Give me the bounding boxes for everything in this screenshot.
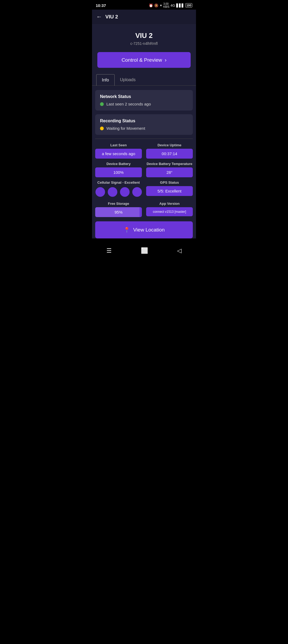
signal-bars: ▋▋▋	[176, 3, 184, 7]
status-icons: ⏰ 🔕 ✶ 3.00KB/S 4G ▋▋▋ 100	[149, 2, 193, 8]
free-storage-cell: Free Storage 95%	[95, 202, 142, 217]
location-pin-icon: 📍	[123, 227, 130, 233]
signal-dots	[95, 186, 142, 198]
signal-dot-2	[108, 187, 117, 197]
tab-uploads[interactable]: Uploads	[115, 74, 141, 85]
device-name: VIU 2	[97, 32, 191, 40]
top-nav: ← VIU 2	[92, 10, 196, 24]
nav-title: VIU 2	[105, 14, 118, 20]
last-seen-cell: Last Seen a few seconds ago	[95, 143, 142, 159]
battery-value: 100%	[95, 167, 142, 177]
device-header: VIU 2 c-7251-n4lhRmfl	[92, 24, 196, 51]
last-seen-label: Last Seen	[110, 143, 127, 147]
gps-status-value: 5/5: Excellent	[146, 186, 193, 196]
control-preview-button[interactable]: Control & Preview ›	[97, 52, 191, 68]
section-divider	[95, 139, 193, 139]
app-version-label: App Version	[159, 202, 180, 206]
gps-status-cell: GPS Status 5/5: Excellent	[146, 180, 193, 198]
view-location-label: View Location	[133, 227, 165, 233]
app-version-cell: App Version connect v1513 [master]	[146, 202, 193, 217]
bottom-nav: ☰ ⬜ ◁	[92, 244, 196, 259]
battery-indicator: 100	[185, 3, 192, 7]
menu-icon[interactable]: ☰	[106, 247, 112, 254]
control-preview-label: Control & Preview	[122, 57, 162, 63]
cellular-signal-label: Cellular Signal - Excellent	[97, 180, 140, 184]
signal-dot-4	[132, 187, 142, 197]
signal-dot-1	[95, 187, 105, 197]
app-version-value: connect v1513 [master]	[146, 207, 193, 216]
battery-label: Device Battery	[106, 162, 130, 166]
chevron-right-icon: ›	[165, 57, 167, 63]
recording-indicator	[100, 127, 104, 130]
device-uptime-value: 00:37:14	[146, 149, 193, 159]
back-nav-icon[interactable]: ◁	[177, 247, 182, 254]
main-content: VIU 2 c-7251-n4lhRmfl Control & Preview …	[92, 24, 196, 238]
gps-status-label: GPS Status	[160, 180, 179, 184]
content-area: Network Status Last seen 2 seconds ago R…	[92, 90, 196, 135]
tabs-container: Info Uploads	[92, 74, 196, 86]
network-status-card: Network Status Last seen 2 seconds ago	[95, 90, 193, 111]
battery-temp-cell: Device Battery Temperature 28°	[146, 162, 193, 177]
network-status-text: Last seen 2 seconds ago	[106, 102, 151, 106]
device-id: c-7251-n4lhRmfl	[97, 41, 191, 46]
cellular-signal-cell: Cellular Signal - Excellent	[95, 180, 142, 198]
recording-status-row: Waiting for Movement	[100, 126, 188, 131]
view-location-button[interactable]: 📍 View Location	[95, 221, 193, 238]
tab-info[interactable]: Info	[96, 74, 115, 86]
device-uptime-cell: Device Uptime 00:37:14	[146, 143, 193, 159]
network-4g: 4G	[170, 3, 175, 7]
home-icon[interactable]: ⬜	[141, 247, 148, 254]
online-indicator	[100, 102, 104, 106]
recording-status-card: Recording Status Waiting for Movement	[95, 114, 193, 135]
recording-status-title: Recording Status	[100, 119, 188, 123]
free-storage-label: Free Storage	[108, 202, 129, 206]
data-speed: 3.00KB/S	[163, 2, 170, 8]
status-time: 10:37	[96, 3, 106, 8]
free-storage-value: 95%	[95, 207, 142, 217]
battery-temp-label: Device Battery Temperature	[147, 162, 193, 166]
status-bar: 10:37 ⏰ 🔕 ✶ 3.00KB/S 4G ▋▋▋ 100	[92, 0, 196, 10]
last-seen-value: a few seconds ago	[95, 149, 142, 159]
network-status-row: Last seen 2 seconds ago	[100, 102, 188, 106]
mute-icon: 🔕	[154, 3, 158, 7]
battery-cell: Device Battery 100%	[95, 162, 142, 177]
battery-temp-value: 28°	[146, 167, 193, 177]
network-status-title: Network Status	[100, 94, 188, 99]
info-grid: Last Seen a few seconds ago Device Uptim…	[92, 143, 196, 217]
recording-status-text: Waiting for Movement	[106, 126, 145, 131]
back-button[interactable]: ←	[96, 13, 102, 20]
alarm-icon: ⏰	[149, 3, 153, 7]
bluetooth-icon: ✶	[159, 3, 162, 7]
signal-dot-3	[120, 187, 130, 197]
device-uptime-label: Device Uptime	[158, 143, 182, 147]
